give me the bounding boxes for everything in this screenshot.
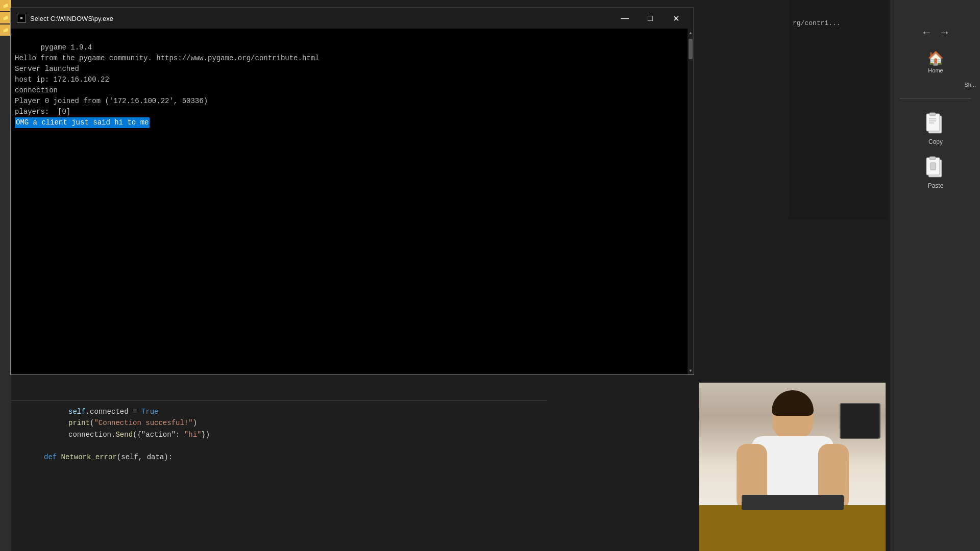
- right-terminal: rg/contri...: [789, 0, 888, 219]
- maximize-button[interactable]: □: [639, 11, 662, 26]
- code-true: True: [141, 408, 159, 416]
- output-line-highlighted: OMG a client just said hi to me: [15, 117, 150, 128]
- code-eq-1: =: [129, 408, 141, 416]
- code-line-3: connection.Send({"action": "hi"}): [19, 429, 539, 440]
- right-panel: ← → 🏠 Home Sh... Copy Paste: [891, 0, 980, 551]
- scroll-up-arrow[interactable]: ▲: [688, 29, 694, 37]
- home-icon: 🏠: [927, 51, 944, 66]
- output-line-5: connection: [15, 86, 58, 94]
- code-self-1: self: [68, 408, 86, 416]
- code-def-args: (self, data):: [117, 453, 173, 461]
- cmd-icon: ■: [17, 14, 26, 23]
- bottom-code-area: self.connected = True print("Connection …: [11, 400, 547, 551]
- home-label: Home: [928, 67, 943, 73]
- code-print: print: [68, 419, 90, 427]
- output-line-7: players: [0]: [15, 108, 70, 116]
- output-line-2: Hello from the pygame community. https:/…: [15, 54, 320, 62]
- scroll-down-arrow[interactable]: ▼: [688, 366, 694, 374]
- output-line-6: Player 0 joined from ('172.16.100.22', 5…: [15, 97, 208, 105]
- paste-button[interactable]: Paste: [919, 151, 952, 194]
- nav-arrows-row: ← →: [918, 23, 953, 42]
- code-network-error: Network_error: [61, 453, 117, 461]
- webcam-overlay: [699, 383, 886, 551]
- minimize-button[interactable]: —: [613, 11, 636, 26]
- nav-back-button[interactable]: ←: [918, 23, 935, 42]
- sh-text: Sh...: [964, 82, 980, 88]
- svg-rect-2: [929, 113, 936, 116]
- close-button[interactable]: ✕: [664, 11, 688, 26]
- code-send-open: ({"action":: [133, 431, 184, 439]
- taskbar-folder-3[interactable]: 📁: [0, 24, 11, 36]
- home-button[interactable]: 🏠 Home: [891, 46, 980, 78]
- code-line-5: def Network_error(self, data):: [19, 452, 539, 463]
- code-def: def: [44, 453, 61, 461]
- nav-forward-button[interactable]: →: [936, 23, 953, 42]
- code-dot-1: .connected: [86, 408, 129, 416]
- cmd-window: ■ Select C:\WINDOWS\py.exe — □ ✕ pygame …: [10, 8, 694, 375]
- taskbar-items: 📁 📁 📁: [0, 0, 11, 551]
- taskbar-folder-2[interactable]: 📁: [0, 12, 11, 23]
- code-send-close: }): [201, 431, 210, 439]
- scroll-thumb[interactable]: [689, 39, 693, 59]
- copy-button[interactable]: Copy: [919, 107, 952, 151]
- cmd-controls: — □ ✕: [613, 11, 688, 26]
- scrollbar-right[interactable]: ▲ ▼: [688, 29, 694, 374]
- svg-rect-8: [929, 157, 936, 160]
- cmd-title-text: Select C:\WINDOWS\py.exe: [30, 15, 609, 22]
- output-line-3: Server launched: [15, 65, 79, 73]
- code-paren-close: ): [193, 419, 197, 427]
- code-string-1: "Connection succesful!": [94, 419, 192, 427]
- code-line-2: print("Connection succesful!"): [19, 417, 539, 429]
- code-hi-string: "hi": [184, 431, 202, 439]
- code-send: Send: [115, 431, 133, 439]
- output-line-4: host ip: 172.16.100.22: [15, 76, 109, 84]
- output-line-1: pygame 1.9.4: [40, 43, 92, 52]
- paste-icon: [925, 156, 946, 179]
- code-line-empty: [19, 440, 539, 452]
- paste-label: Paste: [928, 182, 944, 189]
- svg-rect-1: [926, 114, 940, 131]
- svg-rect-9: [930, 163, 936, 170]
- copy-icon: [925, 112, 946, 135]
- code-line-1: self.connected = True: [19, 406, 539, 417]
- copy-label: Copy: [928, 138, 943, 145]
- cmd-titlebar: ■ Select C:\WINDOWS\py.exe — □ ✕: [11, 8, 694, 29]
- right-terminal-text: rg/contri...: [793, 4, 884, 42]
- cmd-output: pygame 1.9.4 Hello from the pygame commu…: [15, 32, 690, 139]
- taskbar-folder-1[interactable]: 📁: [0, 0, 11, 11]
- code-connection: connection: [68, 431, 111, 439]
- cmd-body[interactable]: pygame 1.9.4 Hello from the pygame commu…: [11, 29, 694, 374]
